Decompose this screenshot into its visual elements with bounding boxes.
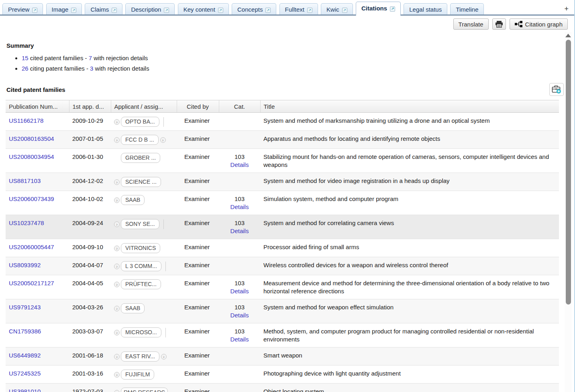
tab-description[interactable]: Description↗ <box>125 3 175 16</box>
external-link-icon[interactable]: ↗ <box>342 8 347 13</box>
expand-applicant-icon[interactable]: › <box>114 246 120 251</box>
expand-applicant-icon[interactable]: › <box>114 390 120 392</box>
add-to-portfolio-button[interactable] <box>549 83 564 96</box>
publication-link[interactable]: US10237478 <box>9 219 44 226</box>
tab-timeline[interactable]: Timeline <box>450 3 484 16</box>
translate-button[interactable]: Translate <box>453 18 489 30</box>
publication-link[interactable]: US9791243 <box>9 304 41 311</box>
vertical-scrollbar[interactable] <box>565 32 572 392</box>
expand-applicant-icon[interactable]: › <box>114 197 120 203</box>
applicant-button[interactable]: PRÜFTEC... <box>121 279 161 289</box>
publication-link[interactable]: US8093992 <box>9 262 41 268</box>
col-title[interactable]: Title <box>260 100 559 113</box>
filing-date: 1972-07-03 <box>72 388 103 392</box>
applicant-button[interactable]: OPTO BA... <box>121 117 159 127</box>
external-link-icon[interactable]: ↗ <box>307 8 312 13</box>
add-tab-button[interactable]: + <box>564 5 569 12</box>
details-link[interactable]: Details <box>222 335 257 343</box>
details-link[interactable]: Details <box>222 203 257 211</box>
applicant-button[interactable]: FCC D B ... <box>121 135 159 145</box>
applicant-button[interactable]: SCIENCE ... <box>121 177 161 187</box>
applicant-button[interactable]: SONY SE... <box>121 219 159 229</box>
col-cat[interactable]: Cat. <box>219 100 260 113</box>
applicant-button[interactable]: SAAB <box>121 195 145 205</box>
citing-count-link[interactable]: 26 <box>22 65 29 72</box>
publication-link[interactable]: US20060073439 <box>9 195 54 202</box>
expand-applicant-icon[interactable]: › <box>114 282 120 287</box>
print-button[interactable] <box>492 18 506 30</box>
tab-preview[interactable]: Preview↗ <box>2 3 43 16</box>
publication-link[interactable]: US3981010 <box>9 388 41 392</box>
publication-link[interactable]: US8817103 <box>9 177 41 184</box>
expand-applicant-icon[interactable]: › <box>114 306 120 311</box>
patent-title: Method, system, and computer program pro… <box>263 328 534 343</box>
tab-image[interactable]: Image↗ <box>46 3 82 16</box>
citation-graph-button[interactable]: Citation graph <box>510 18 568 30</box>
tab-kwic[interactable]: Kwic↗ <box>321 3 353 16</box>
publication-link[interactable]: US20080163504 <box>9 135 54 142</box>
patent-title: Measurement device and method for determ… <box>263 280 549 295</box>
applicant-button[interactable]: GROBER ... <box>121 153 160 163</box>
external-link-icon[interactable]: ↗ <box>218 8 223 13</box>
tab-fulltext[interactable]: Fulltext↗ <box>279 3 318 16</box>
applicant-button[interactable]: MICROSO... <box>121 327 161 337</box>
details-link[interactable]: Details <box>222 311 257 319</box>
citation-graph-icon <box>515 21 523 27</box>
publication-link[interactable]: US20080034954 <box>9 153 54 160</box>
publication-link[interactable]: US20060005447 <box>9 244 54 250</box>
publication-link[interactable]: US7245325 <box>9 370 41 377</box>
external-link-icon[interactable]: ↗ <box>265 8 271 13</box>
patent-title: Processor aided firing of small arms <box>263 244 359 250</box>
applicant-button[interactable]: L 3 COMM... <box>121 261 161 271</box>
table-header-row: Publication Num... 1st app. d... Applica… <box>6 100 559 113</box>
tab-concepts[interactable]: Concepts↗ <box>232 3 276 16</box>
external-link-icon[interactable]: ↗ <box>32 8 37 13</box>
tab-citations[interactable]: Citations↗ <box>356 2 401 16</box>
cited-by-value: Examiner <box>184 195 210 202</box>
scrollbar-thumb[interactable] <box>566 40 571 305</box>
applicant-button[interactable]: SAAB <box>121 303 145 313</box>
publication-link[interactable]: US6449892 <box>9 352 41 359</box>
external-link-icon[interactable]: ↗ <box>164 8 169 13</box>
publication-link[interactable]: US20050217127 <box>9 280 54 286</box>
tab-claims[interactable]: Claims↗ <box>85 3 122 16</box>
applicant-button[interactable]: RMC RESEARC <box>121 388 168 392</box>
col-publication-number[interactable]: Publication Num... <box>6 100 69 113</box>
cited-by-value: Examiner <box>184 153 210 160</box>
publication-link[interactable]: CN1759386 <box>9 328 41 335</box>
more-applicants-icon[interactable]: › <box>160 137 166 143</box>
external-link-icon[interactable]: ↗ <box>112 8 117 13</box>
publication-link[interactable]: US11662178 <box>9 117 43 124</box>
expand-applicant-icon[interactable]: › <box>114 372 120 378</box>
citation-category: 103 <box>222 219 257 227</box>
expand-applicant-icon[interactable]: › <box>114 264 120 269</box>
details-link[interactable]: Details <box>222 227 257 235</box>
external-link-icon[interactable]: ↗ <box>390 6 395 12</box>
col-cited-by[interactable]: Cited by <box>177 100 219 113</box>
scroll-up-arrow-icon[interactable] <box>565 34 571 37</box>
column-divider <box>163 117 164 127</box>
cited-rejection-count-link[interactable]: 7 <box>89 55 92 61</box>
expand-applicant-icon[interactable]: › <box>114 179 120 185</box>
details-link[interactable]: Details <box>222 161 257 169</box>
cited-count-link[interactable]: 15 <box>22 55 29 61</box>
column-divider <box>165 262 166 271</box>
details-link[interactable]: Details <box>222 287 257 295</box>
col-applicant[interactable]: Applicant / assig... <box>111 100 177 113</box>
expand-applicant-icon[interactable]: › <box>114 354 120 360</box>
cited-by-value: Examiner <box>184 370 210 377</box>
external-link-icon[interactable]: ↗ <box>71 8 76 13</box>
applicant-button[interactable]: EAST RIV... <box>121 351 159 362</box>
tab-key-content[interactable]: Key content↗ <box>178 3 229 16</box>
expand-applicant-icon[interactable]: › <box>114 221 120 227</box>
applicant-button[interactable]: VITRONICS <box>121 243 160 253</box>
tab-legal-status[interactable]: Legal status <box>404 3 447 16</box>
col-first-app-date[interactable]: 1st app. d... <box>69 100 111 113</box>
expand-applicant-icon[interactable]: › <box>114 119 120 125</box>
expand-applicant-icon[interactable]: › <box>114 330 120 335</box>
filing-date: 2004-12-02 <box>72 177 103 184</box>
more-applicants-icon[interactable]: › <box>161 354 167 360</box>
applicant-button[interactable]: FUJIFILM <box>121 370 154 380</box>
expand-applicant-icon[interactable]: › <box>114 137 120 143</box>
summary-text: with rejection details <box>93 65 149 72</box>
